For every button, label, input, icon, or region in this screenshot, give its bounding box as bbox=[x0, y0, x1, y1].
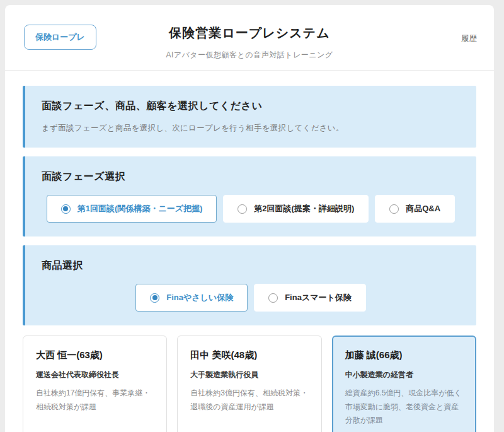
customer-cards-row: 大西 恒一(63歳) 運送会社代表取締役社長 自社株約17億円保有、事業承継・相… bbox=[23, 336, 476, 432]
phase-section-title: 面談フェーズ選択 bbox=[42, 170, 460, 184]
customer-card-onishi[interactable]: 大西 恒一(63歳) 運送会社代表取締役社長 自社株約17億円保有、事業承継・相… bbox=[23, 336, 167, 432]
customer-card-kato[interactable]: 加藤 誠(66歳) 中小製造業の経営者 総資産約6.5億円、現金比率が低く市場変… bbox=[332, 336, 476, 432]
product-option-yasashii[interactable]: Finaやさしい保険 bbox=[135, 284, 248, 312]
radio-unselected-icon bbox=[268, 293, 278, 303]
customer-role: 大手製造業執行役員 bbox=[190, 370, 308, 380]
radio-selected-icon bbox=[61, 204, 71, 214]
history-link[interactable]: 履歴 bbox=[461, 33, 477, 44]
customer-description: 自社株約3億円保有、相続税対策・退職後の資産運用が課題 bbox=[190, 387, 308, 414]
page-subtitle: AIアバター仮想顧客との音声対話トレーニング bbox=[5, 50, 494, 61]
phase-option-product-qa[interactable]: 商品Q&A bbox=[375, 195, 455, 223]
customer-card-tanaka[interactable]: 田中 美咲(48歳) 大手製造業執行役員 自社株約3億円保有、相続税対策・退職後… bbox=[177, 336, 321, 432]
customer-role: 運送会社代表取締役社長 bbox=[36, 370, 154, 380]
product-option-smart[interactable]: Finaスマート保険 bbox=[254, 284, 366, 312]
phase-options-row: 第1回面談(関係構築・ニーズ把握) 第2回面談(提案・詳細説明) 商品Q&A bbox=[42, 195, 460, 223]
customer-name: 加藤 誠(66歳) bbox=[345, 349, 463, 361]
customer-description: 総資産約6.5億円、現金比率が低く市場変動に脆弱、老後資金と資産分散が課題 bbox=[345, 387, 463, 428]
main-content: 面談フェーズ、商品、顧客を選択してください まず面談フェーズと商品を選択し、次に… bbox=[5, 71, 494, 432]
brand-button[interactable]: 保険ロープレ bbox=[24, 25, 96, 50]
product-option-label: Finaスマート保険 bbox=[285, 292, 352, 303]
radio-dot bbox=[152, 295, 158, 300]
customer-name: 田中 美咲(48歳) bbox=[190, 349, 308, 361]
intro-description: まず面談フェーズと商品を選択し、次にロープレを行う相手を選択してください。 bbox=[42, 123, 460, 134]
phase-option-second-meeting[interactable]: 第2回面談(提案・詳細説明) bbox=[223, 195, 369, 223]
app-panel: 保険ロープレ 保険営業ロープレシステム AIアバター仮想顧客との音声対話トレーニ… bbox=[5, 5, 494, 432]
radio-selected-icon bbox=[150, 293, 159, 303]
intro-title: 面談フェーズ、商品、顧客を選択してください bbox=[42, 100, 460, 113]
customer-description: 自社株約17億円保有、事業承継・相続税対策が課題 bbox=[36, 387, 154, 414]
header: 保険ロープレ 保険営業ロープレシステム AIアバター仮想顧客との音声対話トレーニ… bbox=[5, 5, 494, 71]
phase-option-label: 第2回面談(提案・詳細説明) bbox=[254, 203, 354, 214]
product-option-label: Finaやさしい保険 bbox=[166, 292, 233, 303]
customer-name: 大西 恒一(63歳) bbox=[36, 349, 154, 361]
phase-option-label: 商品Q&A bbox=[406, 203, 440, 214]
radio-unselected-icon bbox=[238, 204, 247, 214]
radio-unselected-icon bbox=[389, 204, 399, 214]
customer-role: 中小製造業の経営者 bbox=[345, 370, 463, 380]
intro-section: 面談フェーズ、商品、顧客を選択してください まず面談フェーズと商品を選択し、次に… bbox=[23, 86, 476, 148]
product-select-section: 商品選択 Finaやさしい保険 Finaスマート保険 bbox=[23, 245, 476, 325]
phase-option-label: 第1回面談(関係構築・ニーズ把握) bbox=[77, 203, 203, 214]
phase-select-section: 面談フェーズ選択 第1回面談(関係構築・ニーズ把握) 第2回面談(提案・詳細説明… bbox=[23, 156, 476, 236]
phase-option-first-meeting[interactable]: 第1回面談(関係構築・ニーズ把握) bbox=[47, 195, 217, 223]
product-section-title: 商品選択 bbox=[42, 259, 460, 272]
product-options-row: Finaやさしい保険 Finaスマート保険 bbox=[42, 284, 460, 312]
radio-dot bbox=[63, 206, 68, 211]
